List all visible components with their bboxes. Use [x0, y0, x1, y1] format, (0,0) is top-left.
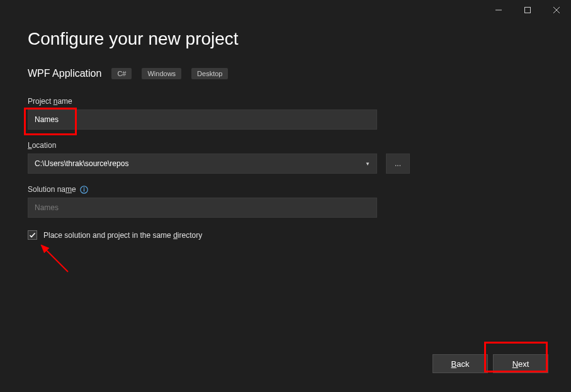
solution-name-label: Solution name: [28, 185, 543, 194]
minimize-button[interactable]: [484, 0, 513, 20]
close-button[interactable]: [542, 0, 571, 20]
chevron-down-icon: ▼: [365, 161, 370, 167]
page-title: Configure your new project: [28, 29, 543, 49]
tag-desktop: Desktop: [191, 68, 228, 79]
template-row: WPF Application C# Windows Desktop: [28, 68, 543, 79]
location-label: Location: [28, 141, 543, 150]
same-directory-label: Place solution and project in the same d…: [43, 231, 202, 240]
project-name-label: Project name: [28, 97, 543, 106]
tag-csharp: C#: [111, 68, 132, 79]
solution-name-input: [28, 198, 377, 218]
annotation-arrow-icon: [37, 240, 74, 278]
info-icon[interactable]: [80, 186, 88, 194]
same-directory-checkbox[interactable]: [28, 230, 37, 240]
template-name: WPF Application: [28, 68, 101, 79]
browse-button[interactable]: ...: [386, 154, 410, 174]
tag-windows: Windows: [142, 68, 181, 79]
location-value: C:\Users\thrak\source\repos: [35, 159, 128, 168]
svg-line-7: [42, 245, 68, 272]
titlebar: [0, 0, 571, 20]
next-button[interactable]: Next: [493, 354, 548, 373]
svg-rect-6: [84, 189, 84, 191]
svg-point-5: [83, 187, 84, 188]
location-select[interactable]: C:\Users\thrak\source\repos ▼: [28, 154, 377, 174]
project-name-input[interactable]: [28, 109, 377, 130]
svg-rect-1: [525, 8, 531, 13]
back-button[interactable]: Back: [432, 354, 488, 373]
maximize-button[interactable]: [513, 0, 542, 20]
